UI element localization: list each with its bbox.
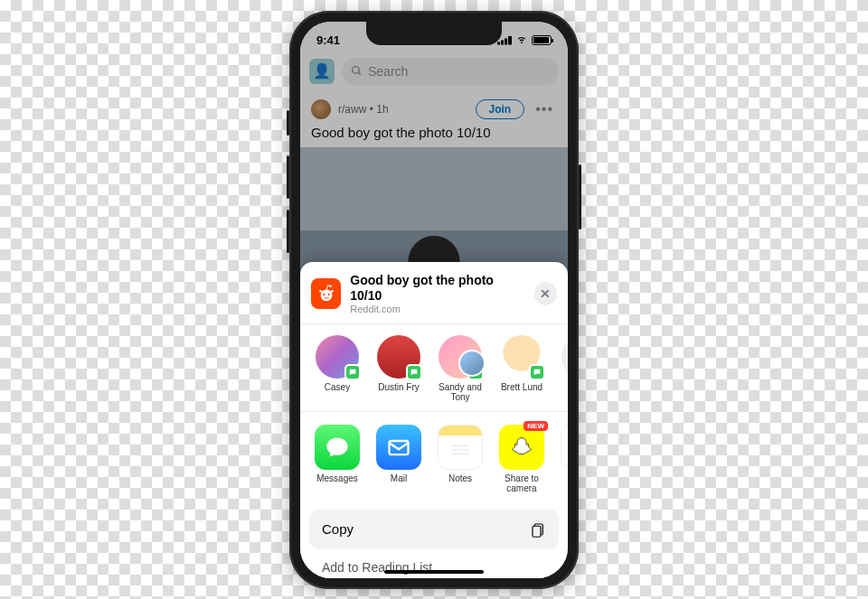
contact-partial[interactable]: An — [555, 335, 568, 402]
volume-up — [287, 155, 289, 199]
power-button — [579, 164, 581, 229]
svg-point-5 — [331, 290, 334, 293]
subreddit-avatar[interactable] — [311, 99, 331, 119]
copy-label: Copy — [322, 521, 354, 537]
contact-brett[interactable]: Brett Lund — [494, 335, 550, 402]
snapchat-icon: NEW — [499, 425, 544, 470]
phone-frame: 9:41 👤 Search — [289, 11, 579, 589]
wifi-icon — [515, 33, 528, 47]
contact-casey[interactable]: Casey — [309, 335, 365, 402]
more-options-icon[interactable]: ••• — [532, 101, 557, 117]
messages-badge-icon — [406, 364, 422, 380]
svg-point-3 — [323, 294, 325, 295]
mute-switch — [287, 110, 289, 136]
share-sheet: Good boy got the photo 10/10 Reddit.com … — [300, 262, 568, 578]
contact-label: An — [555, 382, 568, 392]
messages-badge-icon — [529, 364, 545, 380]
search-placeholder: Search — [368, 64, 408, 79]
contact-dustin[interactable]: Dustin Fry — [371, 335, 427, 402]
subreddit-meta[interactable]: r/aww • 1h — [338, 103, 389, 116]
notch — [366, 22, 502, 45]
contact-label: Casey — [309, 382, 365, 392]
app-label: Mail — [371, 473, 427, 483]
app-label: Share to camera — [494, 473, 550, 493]
notes-icon — [438, 425, 483, 470]
svg-point-0 — [353, 67, 360, 74]
apps-row[interactable]: Messages Mail Notes NEW — [300, 419, 568, 504]
new-badge: NEW — [524, 421, 548, 431]
contact-label: Dustin Fry — [371, 382, 427, 392]
contact-label: Sandy and Tony — [432, 382, 488, 402]
close-button[interactable]: ✕ — [534, 282, 557, 305]
contact-sandy-tony[interactable]: Sandy and Tony — [432, 335, 488, 402]
copy-action[interactable]: Copy — [309, 510, 559, 549]
app-label: Messages — [309, 473, 365, 483]
reminders-icon — [561, 425, 568, 470]
reddit-app-icon — [311, 278, 341, 309]
messages-icon — [315, 425, 360, 470]
divider — [300, 411, 568, 412]
app-label: Rem — [555, 473, 568, 483]
svg-point-2 — [320, 289, 332, 301]
search-icon — [351, 65, 363, 77]
messages-badge-icon — [467, 364, 484, 380]
app-reminders[interactable]: Rem — [555, 425, 568, 493]
svg-rect-13 — [533, 526, 541, 537]
contact-label: Brett Lund — [494, 382, 550, 392]
app-messages[interactable]: Messages — [309, 425, 365, 493]
join-button[interactable]: Join — [476, 99, 525, 119]
profile-avatar[interactable]: 👤 — [309, 59, 335, 84]
svg-rect-8 — [390, 441, 409, 454]
close-icon: ✕ — [540, 286, 551, 301]
home-indicator[interactable] — [384, 570, 484, 574]
contacts-row[interactable]: Casey Dustin Fry Sandy and Tony Brett Lu… — [300, 332, 568, 411]
svg-point-6 — [319, 290, 322, 293]
app-notes[interactable]: Notes — [432, 425, 488, 493]
copy-icon — [530, 520, 546, 538]
screen: 9:41 👤 Search — [300, 22, 568, 578]
divider — [300, 323, 568, 324]
app-label: Notes — [432, 473, 488, 483]
messages-badge-icon — [344, 364, 361, 380]
volume-down — [287, 210, 289, 253]
status-time: 9:41 — [316, 33, 340, 47]
share-title: Good boy got the photo 10/10 — [350, 273, 524, 304]
search-input[interactable]: Search — [342, 58, 559, 85]
app-snapchat[interactable]: NEW Share to camera — [494, 425, 550, 493]
share-source: Reddit.com — [350, 304, 524, 314]
post-title[interactable]: Good boy got the photo 10/10 — [300, 123, 568, 147]
svg-point-4 — [327, 294, 329, 295]
app-mail[interactable]: Mail — [371, 425, 427, 493]
svg-point-7 — [329, 285, 332, 287]
battery-icon — [532, 35, 552, 45]
mail-icon — [376, 425, 421, 470]
svg-line-1 — [358, 72, 361, 75]
